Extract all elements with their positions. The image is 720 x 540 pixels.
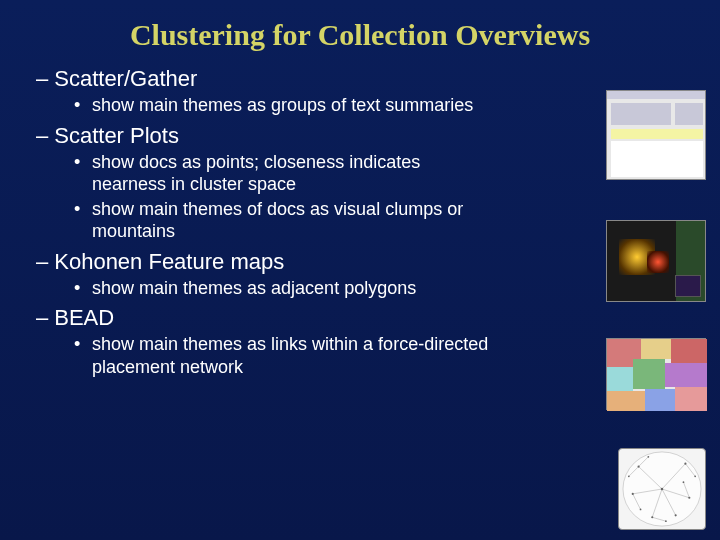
bullet-list: show main themes as groups of text summa… xyxy=(36,94,496,117)
svg-point-23 xyxy=(640,509,642,511)
slide-title: Clustering for Collection Overviews xyxy=(0,0,720,60)
kohonen-map-thumbnail xyxy=(606,338,706,410)
bullet-item: show main themes as links within a force… xyxy=(74,333,496,378)
bullet-list: show docs as points; closeness indicates… xyxy=(36,151,496,243)
svg-point-22 xyxy=(694,475,696,477)
svg-point-16 xyxy=(632,493,634,495)
section-heading-scatter-gather: –Scatter/Gather xyxy=(36,66,696,92)
svg-point-14 xyxy=(638,465,640,467)
section-heading-bead: –BEAD xyxy=(36,305,696,331)
scatter-gather-thumbnail xyxy=(606,90,706,180)
svg-point-21 xyxy=(628,475,630,477)
section-heading-text: BEAD xyxy=(54,305,114,330)
svg-point-24 xyxy=(683,481,685,483)
svg-point-13 xyxy=(661,488,664,491)
svg-point-19 xyxy=(675,514,677,516)
bullet-item: show main themes of docs as visual clump… xyxy=(74,198,496,243)
bullet-list: show main themes as adjacent polygons xyxy=(36,277,496,300)
scatter-plot-thumbnail xyxy=(606,220,706,302)
svg-point-20 xyxy=(647,456,649,458)
section-heading-text: Scatter/Gather xyxy=(54,66,197,91)
svg-point-17 xyxy=(688,497,690,499)
bullet-item: show main themes as groups of text summa… xyxy=(74,94,496,117)
section-heading-text: Scatter Plots xyxy=(54,123,179,148)
svg-point-15 xyxy=(684,463,686,465)
bullet-list: show main themes as links within a force… xyxy=(36,333,496,378)
bead-network-thumbnail xyxy=(618,448,706,530)
section-heading-scatter-plots: –Scatter Plots xyxy=(36,123,696,149)
svg-point-18 xyxy=(651,516,653,518)
svg-point-25 xyxy=(665,520,667,522)
bullet-item: show main themes as adjacent polygons xyxy=(74,277,496,300)
section-heading-kohonen: –Kohonen Feature maps xyxy=(36,249,696,275)
bullet-item: show docs as points; closeness indicates… xyxy=(74,151,496,196)
section-heading-text: Kohonen Feature maps xyxy=(54,249,284,274)
